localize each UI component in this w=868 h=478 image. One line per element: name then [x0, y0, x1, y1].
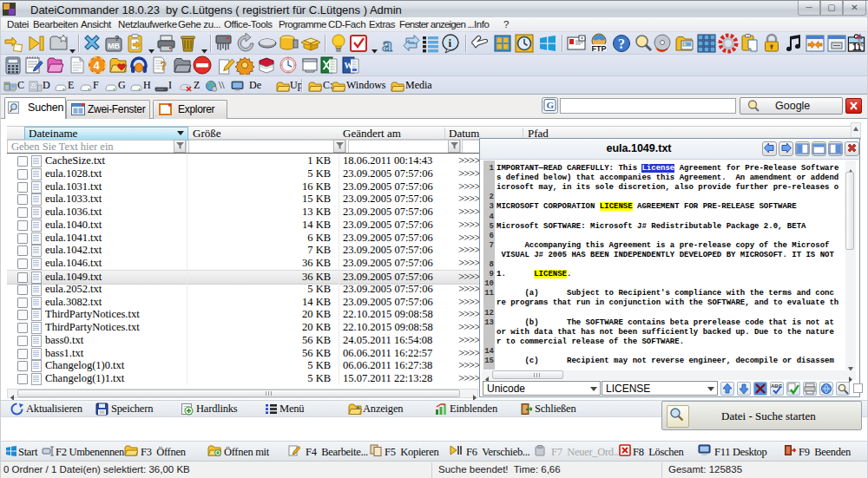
svg-text:MB: MB	[108, 42, 120, 50]
svg-text:G: G	[547, 100, 555, 110]
svg-text:i: i	[449, 36, 452, 49]
svg-text:?: ?	[618, 36, 625, 51]
svg-text:FTP: FTP	[592, 44, 607, 53]
svg-text:a: a	[382, 33, 392, 54]
svg-text:?: ?	[161, 60, 167, 73]
svg-text:?: ?	[115, 34, 120, 43]
svg-text:4: 4	[94, 59, 101, 72]
